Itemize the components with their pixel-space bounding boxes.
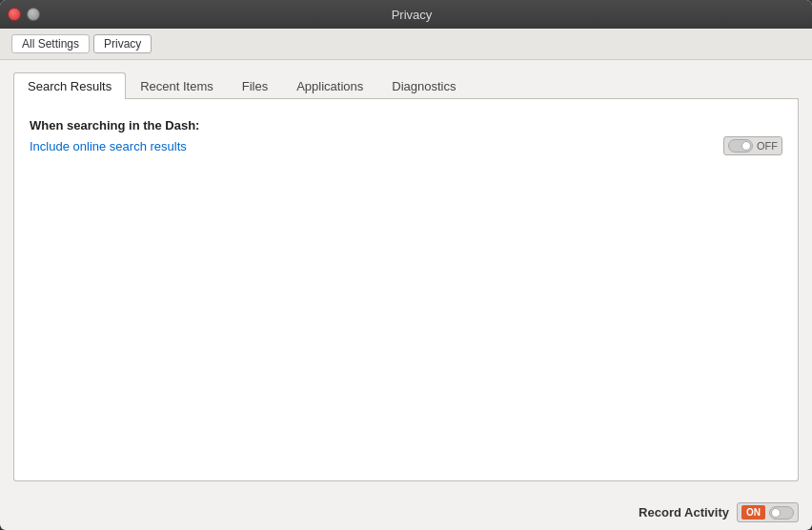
record-activity-toggle[interactable]: ON [737,502,799,522]
online-search-setting-row: Include online search results OFF [30,136,782,155]
toggle-off-track [728,139,753,153]
tab-recent-items[interactable]: Recent Items [126,72,228,99]
breadcrumb-bar: All Settings Privacy [0,29,812,60]
app-window: Privacy All Settings Privacy Search Resu… [0,0,812,530]
bottom-bar: Record Activity ON [0,495,812,530]
tab-diagnostics[interactable]: Diagnostics [377,72,470,99]
tab-applications[interactable]: Applications [282,72,377,99]
toggle-off-label: OFF [757,140,778,152]
close-button[interactable] [8,8,21,21]
dash-heading: When searching in the Dash: [30,118,782,132]
tab-panel-search-results: When searching in the Dash: Include onli… [13,99,799,481]
toggle-on-thumb [771,508,781,518]
tab-files[interactable]: Files [228,72,282,99]
record-activity-label: Record Activity [639,505,729,520]
tab-search-results[interactable]: Search Results [13,72,126,99]
tabs-bar: Search Results Recent Items Files Applic… [13,71,799,99]
main-content: Search Results Recent Items Files Applic… [0,60,812,495]
toggle-on-track [769,506,794,520]
window-title: Privacy [46,8,778,22]
minimize-button[interactable] [27,8,40,21]
toggle-on-label: ON [741,505,765,520]
privacy-button[interactable]: Privacy [93,34,152,53]
online-search-label: Include online search results [30,139,187,153]
titlebar: Privacy [0,0,812,29]
online-search-toggle[interactable]: OFF [723,136,782,155]
toggle-off-thumb [741,141,751,151]
all-settings-button[interactable]: All Settings [11,34,90,53]
